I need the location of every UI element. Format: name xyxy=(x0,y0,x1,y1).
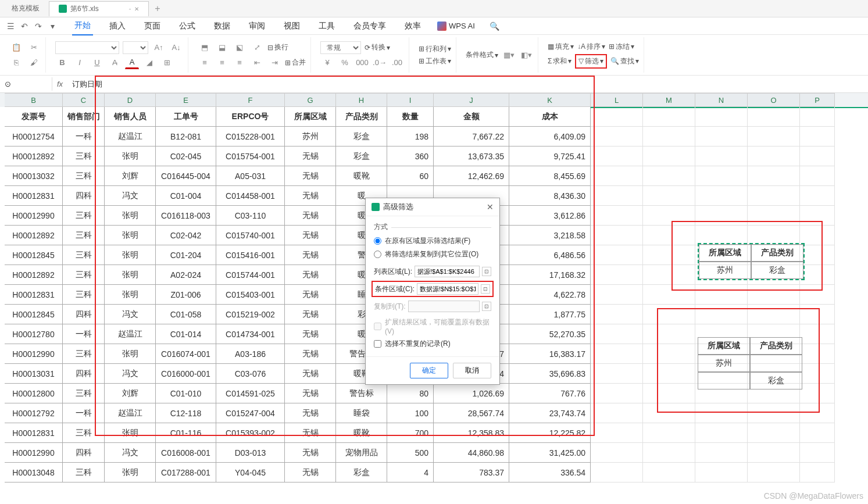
formula-input[interactable]: 订购日期 xyxy=(67,77,868,92)
table-cell[interactable]: 无锡 xyxy=(285,324,336,344)
empty-cell[interactable] xyxy=(643,107,695,127)
table-cell[interactable]: 9,725.41 xyxy=(509,146,591,166)
crit1-v2[interactable]: 彩盒 xyxy=(751,262,803,279)
crit2-h1[interactable]: 所属区域 xyxy=(698,337,750,355)
border-icon[interactable]: ⊞ xyxy=(160,56,174,69)
bold-icon[interactable]: B xyxy=(55,56,69,69)
empty-cell[interactable] xyxy=(800,186,835,206)
table-cell[interactable]: 张明 xyxy=(105,206,156,226)
table-cell[interactable]: 无锡 xyxy=(285,443,336,463)
table-cell[interactable]: C015219-002 xyxy=(216,305,285,324)
empty-cell[interactable] xyxy=(748,186,800,206)
table-cell[interactable]: 张明 xyxy=(105,146,156,166)
empty-cell[interactable] xyxy=(591,364,643,384)
table-cell[interactable]: 无锡 xyxy=(285,463,336,482)
name-box[interactable]: ⊙ xyxy=(0,77,52,91)
empty-cell[interactable] xyxy=(695,166,748,186)
table-cell[interactable]: 4 xyxy=(387,463,434,482)
col-header-I[interactable]: I xyxy=(387,93,434,107)
table-cell[interactable]: 冯文 xyxy=(105,186,156,206)
filter-button[interactable]: ▽ 筛选 ▾ xyxy=(575,54,607,69)
table-cell[interactable]: 四科 xyxy=(63,305,105,324)
align-middle-icon[interactable]: ⬓ xyxy=(215,41,229,54)
table-cell[interactable]: C01-058 xyxy=(156,305,216,324)
empty-cell[interactable] xyxy=(643,285,695,305)
empty-cell[interactable] xyxy=(643,344,695,364)
col-header-O[interactable]: O xyxy=(748,93,800,107)
empty-cell[interactable] xyxy=(695,206,748,226)
empty-cell[interactable] xyxy=(695,285,748,305)
table-cell[interactable]: 无锡 xyxy=(285,403,336,423)
empty-cell[interactable] xyxy=(748,127,800,146)
indent-increase-icon[interactable]: ⇥ xyxy=(267,56,281,69)
empty-cell[interactable] xyxy=(748,305,800,324)
empty-cell[interactable] xyxy=(748,443,800,463)
table-cell[interactable]: C014458-001 xyxy=(216,186,285,206)
table-cell[interactable]: H00013048 xyxy=(5,463,63,482)
table-cell[interactable]: 一科 xyxy=(63,324,105,344)
tab-menu-icon[interactable]: ◦ xyxy=(129,6,131,12)
table-cell[interactable]: H00012990 xyxy=(5,443,63,463)
table-header[interactable]: 数量 xyxy=(387,107,434,127)
table-cell[interactable]: H00012831 xyxy=(5,285,63,305)
table-cell[interactable]: 赵温江 xyxy=(105,403,156,423)
format-painter-icon[interactable]: 🖌 xyxy=(27,56,41,69)
empty-cell[interactable] xyxy=(591,305,643,324)
table-cell[interactable]: 四科 xyxy=(63,443,105,463)
table-cell[interactable]: 四科 xyxy=(63,186,105,206)
empty-cell[interactable] xyxy=(800,305,835,324)
table-cell[interactable]: C016008-001 xyxy=(156,443,216,463)
add-tab-button[interactable]: + xyxy=(149,3,166,14)
col-header-D[interactable]: D xyxy=(105,93,156,107)
table-cell[interactable]: C015393-002 xyxy=(216,423,285,443)
empty-cell[interactable] xyxy=(800,364,835,384)
radio-filter-inplace[interactable]: 在原有区域显示筛选结果(F) xyxy=(374,234,491,248)
table-cell[interactable]: 无锡 xyxy=(285,265,336,285)
col-header-E[interactable]: E xyxy=(156,93,216,107)
search-icon[interactable]: 🔍 xyxy=(489,20,501,32)
merge-cells-button[interactable]: ⊞ 合并 xyxy=(285,58,306,67)
empty-cell[interactable] xyxy=(695,463,748,482)
empty-cell[interactable] xyxy=(800,384,835,403)
empty-cell[interactable] xyxy=(591,344,643,364)
empty-cell[interactable] xyxy=(695,226,748,245)
table-cell[interactable]: 三科 xyxy=(63,166,105,186)
empty-cell[interactable] xyxy=(695,423,748,443)
table-cell[interactable]: C03-110 xyxy=(216,206,285,226)
sum-button[interactable]: Σ 求和 ▾ xyxy=(548,56,571,66)
decimal-inc-icon[interactable]: .0→ xyxy=(373,56,387,69)
table-cell[interactable]: 冯文 xyxy=(105,305,156,324)
table-cell[interactable]: 12,225.82 xyxy=(509,423,591,443)
table-cell[interactable]: C016000-001 xyxy=(156,364,216,384)
empty-cell[interactable] xyxy=(591,127,643,146)
crit2-h2[interactable]: 产品类别 xyxy=(750,337,802,355)
align-center-icon[interactable]: ≡ xyxy=(215,56,229,69)
table-cell[interactable]: 彩盒 xyxy=(336,127,387,146)
table-cell[interactable]: 张明 xyxy=(105,245,156,265)
table-cell[interactable]: 暖靴 xyxy=(336,423,387,443)
table-header[interactable]: 工单号 xyxy=(156,107,216,127)
align-left-icon[interactable]: ≡ xyxy=(198,56,212,69)
empty-cell[interactable] xyxy=(800,423,835,443)
table-cell[interactable]: B12-081 xyxy=(156,127,216,146)
cancel-button[interactable]: 取消 xyxy=(453,363,491,378)
table-cell[interactable]: Z01-006 xyxy=(156,285,216,305)
table-cell[interactable]: 17,168.32 xyxy=(509,265,591,285)
copy-icon[interactable]: ⎘ xyxy=(9,56,23,69)
empty-cell[interactable] xyxy=(695,305,748,324)
table-cell[interactable]: 12,358.83 xyxy=(434,423,509,443)
menu-efficiency[interactable]: 效率 xyxy=(402,17,423,35)
empty-cell[interactable] xyxy=(643,443,695,463)
table-cell[interactable]: 三科 xyxy=(63,206,105,226)
table-cell[interactable]: 无锡 xyxy=(285,364,336,384)
empty-cell[interactable] xyxy=(643,166,695,186)
align-bottom-icon[interactable]: ⬕ xyxy=(233,41,247,54)
table-cell[interactable]: 60 xyxy=(387,166,434,186)
empty-cell[interactable] xyxy=(748,285,800,305)
empty-cell[interactable] xyxy=(800,127,835,146)
table-cell[interactable]: 冯文 xyxy=(105,364,156,384)
table-cell[interactable]: 6,409.09 xyxy=(509,127,591,146)
convert-button[interactable]: ⟳ 转换 ▾ xyxy=(365,42,390,52)
table-cell[interactable]: 赵温江 xyxy=(105,127,156,146)
table-cell[interactable]: 张明 xyxy=(105,226,156,245)
